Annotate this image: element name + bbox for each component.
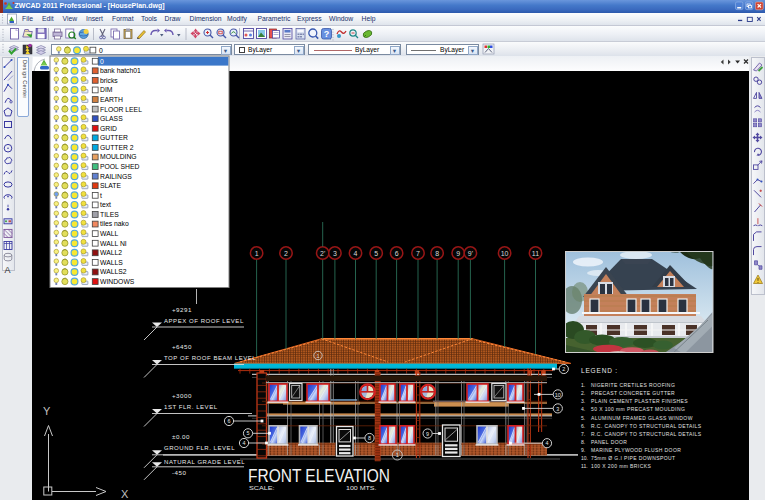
svg-text:GUTTER: GUTTER [100,134,128,141]
svg-text:FLOOR LEEL: FLOOR LEEL [100,106,142,113]
svg-text:WALL: WALL [100,230,118,237]
svg-text:WALLS2: WALLS2 [100,268,127,275]
svg-text:text: text [100,201,111,208]
svg-text:DIM: DIM [100,86,113,93]
svg-text:TILES: TILES [100,211,119,218]
svg-text:RAILINGS: RAILINGS [100,173,132,180]
svg-text:WALL2: WALL2 [100,249,122,256]
svg-text:GRID: GRID [100,125,117,132]
svg-text:WINDOWS: WINDOWS [100,278,135,285]
svg-text:GUTTER 2: GUTTER 2 [100,144,134,151]
svg-text:bank hatch01: bank hatch01 [100,67,141,74]
svg-text:t: t [100,192,102,199]
svg-text:bricks: bricks [100,77,118,84]
svg-text:MOULDING: MOULDING [100,153,137,160]
svg-text:GLASS: GLASS [100,115,123,122]
svg-text:0: 0 [100,58,104,65]
svg-text:WALL NI: WALL NI [100,240,127,247]
svg-text:POOL SHED: POOL SHED [100,163,139,170]
svg-text:EARTH: EARTH [100,96,123,103]
svg-text:tiles nako: tiles nako [100,220,129,227]
svg-text:WALLS: WALLS [100,259,123,266]
svg-text:SLATE: SLATE [100,182,121,189]
